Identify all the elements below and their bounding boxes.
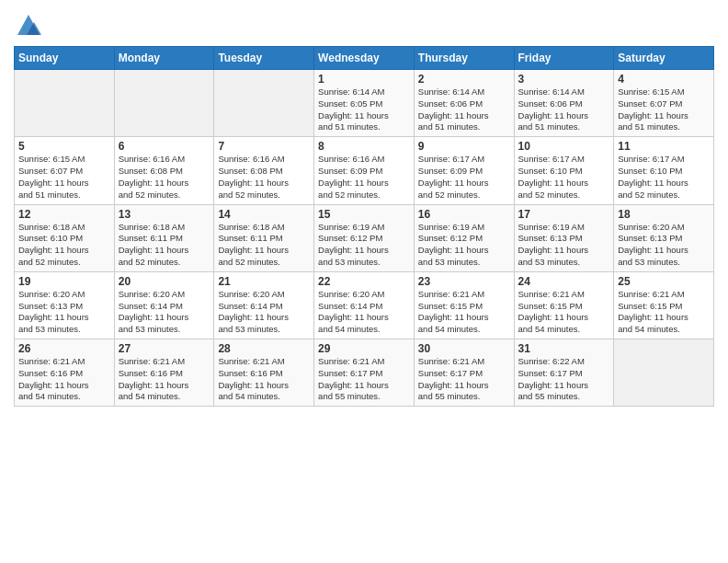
day-number: 2 [418,73,510,86]
calendar-cell: 21Sunrise: 6:20 AM Sunset: 6:14 PM Dayli… [214,271,314,339]
calendar-cell: 3Sunrise: 6:14 AM Sunset: 6:06 PM Daylig… [514,70,614,137]
calendar-cell: 20Sunrise: 6:20 AM Sunset: 6:14 PM Dayli… [114,271,214,339]
calendar-cell: 9Sunrise: 6:17 AM Sunset: 6:09 PM Daylig… [414,137,514,204]
calendar-week-5: 26Sunrise: 6:21 AM Sunset: 6:16 PM Dayli… [15,339,714,407]
calendar-week-1: 1Sunrise: 6:14 AM Sunset: 6:05 PM Daylig… [15,70,714,137]
day-number: 30 [418,342,510,355]
day-number: 3 [518,73,610,86]
calendar-cell [114,70,214,137]
day-number: 17 [518,208,610,221]
day-info: Sunrise: 6:21 AM Sunset: 6:15 PM Dayligh… [418,289,510,336]
calendar-cell: 6Sunrise: 6:16 AM Sunset: 6:08 PM Daylig… [114,137,214,204]
day-number: 23 [418,275,510,288]
calendar-cell: 28Sunrise: 6:21 AM Sunset: 6:16 PM Dayli… [214,339,314,407]
day-info: Sunrise: 6:21 AM Sunset: 6:17 PM Dayligh… [418,356,510,403]
day-info: Sunrise: 6:19 AM Sunset: 6:12 PM Dayligh… [418,222,510,269]
weekday-header-friday: Friday [514,47,614,70]
calendar-cell: 8Sunrise: 6:16 AM Sunset: 6:09 PM Daylig… [314,137,415,204]
day-info: Sunrise: 6:17 AM Sunset: 6:10 PM Dayligh… [618,154,710,201]
day-number: 27 [119,342,210,355]
day-info: Sunrise: 6:20 AM Sunset: 6:14 PM Dayligh… [218,289,310,336]
calendar-cell: 7Sunrise: 6:16 AM Sunset: 6:08 PM Daylig… [214,137,314,204]
day-info: Sunrise: 6:15 AM Sunset: 6:07 PM Dayligh… [618,86,710,133]
day-info: Sunrise: 6:21 AM Sunset: 6:17 PM Dayligh… [318,356,410,403]
calendar-table: SundayMondayTuesdayWednesdayThursdayFrid… [14,46,714,407]
day-info: Sunrise: 6:14 AM Sunset: 6:06 PM Dayligh… [418,86,510,133]
calendar-cell [214,70,314,137]
weekday-header-sunday: Sunday [15,47,115,70]
calendar-cell: 22Sunrise: 6:20 AM Sunset: 6:14 PM Dayli… [314,271,415,339]
day-info: Sunrise: 6:16 AM Sunset: 6:08 PM Dayligh… [218,154,310,201]
calendar-cell: 26Sunrise: 6:21 AM Sunset: 6:16 PM Dayli… [15,339,115,407]
day-number: 29 [318,342,410,355]
day-number: 4 [618,73,710,86]
calendar-cell: 30Sunrise: 6:21 AM Sunset: 6:17 PM Dayli… [414,339,514,407]
calendar-cell: 13Sunrise: 6:18 AM Sunset: 6:11 PM Dayli… [114,204,214,271]
day-info: Sunrise: 6:17 AM Sunset: 6:10 PM Dayligh… [518,154,610,201]
day-info: Sunrise: 6:21 AM Sunset: 6:15 PM Dayligh… [518,289,610,336]
calendar-cell: 12Sunrise: 6:18 AM Sunset: 6:10 PM Dayli… [15,204,115,271]
day-info: Sunrise: 6:20 AM Sunset: 6:13 PM Dayligh… [18,289,110,336]
day-number: 1 [318,73,410,86]
calendar-header: SundayMondayTuesdayWednesdayThursdayFrid… [15,47,714,70]
logo [14,13,41,39]
day-info: Sunrise: 6:16 AM Sunset: 6:08 PM Dayligh… [119,154,210,201]
day-number: 13 [119,208,210,221]
weekday-header-saturday: Saturday [614,47,714,70]
day-info: Sunrise: 6:20 AM Sunset: 6:14 PM Dayligh… [318,289,410,336]
calendar-cell: 18Sunrise: 6:20 AM Sunset: 6:13 PM Dayli… [614,204,714,271]
calendar-cell: 16Sunrise: 6:19 AM Sunset: 6:12 PM Dayli… [414,204,514,271]
day-info: Sunrise: 6:18 AM Sunset: 6:11 PM Dayligh… [119,222,210,269]
day-number: 22 [318,275,410,288]
day-number: 20 [119,275,210,288]
calendar-cell: 23Sunrise: 6:21 AM Sunset: 6:15 PM Dayli… [414,271,514,339]
day-info: Sunrise: 6:14 AM Sunset: 6:06 PM Dayligh… [518,86,610,133]
day-number: 18 [618,208,710,221]
day-info: Sunrise: 6:21 AM Sunset: 6:16 PM Dayligh… [18,356,110,403]
calendar-cell: 31Sunrise: 6:22 AM Sunset: 6:17 PM Dayli… [514,339,614,407]
day-number: 7 [218,140,310,153]
calendar-week-4: 19Sunrise: 6:20 AM Sunset: 6:13 PM Dayli… [15,271,714,339]
day-number: 12 [18,208,110,221]
calendar-week-2: 5Sunrise: 6:15 AM Sunset: 6:07 PM Daylig… [15,137,714,204]
day-info: Sunrise: 6:21 AM Sunset: 6:16 PM Dayligh… [218,356,310,403]
day-number: 5 [18,140,110,153]
day-number: 25 [618,275,710,288]
page-header [14,9,714,39]
logo-icon [16,13,41,39]
day-number: 21 [218,275,310,288]
day-info: Sunrise: 6:18 AM Sunset: 6:11 PM Dayligh… [218,222,310,269]
calendar-cell: 29Sunrise: 6:21 AM Sunset: 6:17 PM Dayli… [314,339,415,407]
day-number: 11 [618,140,710,153]
calendar-cell: 5Sunrise: 6:15 AM Sunset: 6:07 PM Daylig… [15,137,115,204]
day-info: Sunrise: 6:21 AM Sunset: 6:16 PM Dayligh… [119,356,210,403]
calendar-cell: 4Sunrise: 6:15 AM Sunset: 6:07 PM Daylig… [614,70,714,137]
calendar-cell: 25Sunrise: 6:21 AM Sunset: 6:15 PM Dayli… [614,271,714,339]
day-number: 26 [18,342,110,355]
calendar-cell: 19Sunrise: 6:20 AM Sunset: 6:13 PM Dayli… [15,271,115,339]
day-info: Sunrise: 6:16 AM Sunset: 6:09 PM Dayligh… [318,154,410,201]
calendar-cell: 14Sunrise: 6:18 AM Sunset: 6:11 PM Dayli… [214,204,314,271]
day-info: Sunrise: 6:19 AM Sunset: 6:13 PM Dayligh… [518,222,610,269]
day-number: 24 [518,275,610,288]
calendar-body: 1Sunrise: 6:14 AM Sunset: 6:05 PM Daylig… [15,70,714,407]
calendar-cell: 27Sunrise: 6:21 AM Sunset: 6:16 PM Dayli… [114,339,214,407]
calendar-cell: 15Sunrise: 6:19 AM Sunset: 6:12 PM Dayli… [314,204,415,271]
calendar-cell: 17Sunrise: 6:19 AM Sunset: 6:13 PM Dayli… [514,204,614,271]
day-number: 6 [119,140,210,153]
calendar-week-3: 12Sunrise: 6:18 AM Sunset: 6:10 PM Dayli… [15,204,714,271]
day-number: 15 [318,208,410,221]
day-number: 16 [418,208,510,221]
day-info: Sunrise: 6:17 AM Sunset: 6:09 PM Dayligh… [418,154,510,201]
day-number: 14 [218,208,310,221]
weekday-header-monday: Monday [114,47,214,70]
weekday-header-thursday: Thursday [414,47,514,70]
calendar-cell: 1Sunrise: 6:14 AM Sunset: 6:05 PM Daylig… [314,70,415,137]
day-number: 9 [418,140,510,153]
calendar-cell: 10Sunrise: 6:17 AM Sunset: 6:10 PM Dayli… [514,137,614,204]
calendar-cell [614,339,714,407]
calendar-cell: 2Sunrise: 6:14 AM Sunset: 6:06 PM Daylig… [414,70,514,137]
day-number: 10 [518,140,610,153]
day-info: Sunrise: 6:20 AM Sunset: 6:13 PM Dayligh… [618,222,710,269]
weekday-header-wednesday: Wednesday [314,47,415,70]
